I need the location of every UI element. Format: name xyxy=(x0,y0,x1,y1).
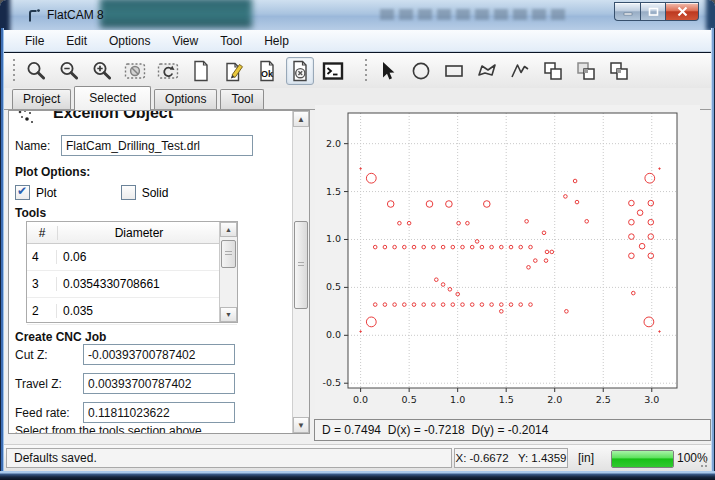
draw-rectangle-icon xyxy=(443,60,465,82)
menu-edit[interactable]: Edit xyxy=(55,31,98,51)
toolbar: Ok xyxy=(4,53,711,89)
close-button[interactable] xyxy=(666,2,699,21)
open-file-icon xyxy=(223,60,245,82)
ok-file-icon: Ok xyxy=(256,60,278,82)
open-file-button[interactable] xyxy=(220,57,248,85)
mouse-coordinates: X: -0.6672 Y: 1.4359 xyxy=(454,448,568,468)
solid-checkbox[interactable] xyxy=(121,185,136,200)
panel-title: Excellon Object xyxy=(53,111,173,122)
scroll-up-icon[interactable]: ▲ xyxy=(220,222,237,237)
svg-text:-0.5: -0.5 xyxy=(322,377,341,388)
panel-scrollbar[interactable]: ▲ ▼ xyxy=(292,111,309,433)
zoom-in-icon xyxy=(91,60,113,82)
menu-view[interactable]: View xyxy=(161,31,209,51)
draw-circle-icon xyxy=(410,60,432,82)
zoom-fit-icon xyxy=(25,60,47,82)
tab-options[interactable]: Options xyxy=(154,89,217,109)
svg-text:1.5: 1.5 xyxy=(499,394,514,405)
menu-options[interactable]: Options xyxy=(98,31,161,51)
tool-number: 2 xyxy=(27,304,57,318)
subtract-button[interactable] xyxy=(605,57,633,85)
shell-icon xyxy=(322,60,344,82)
svg-text:Ok: Ok xyxy=(261,68,274,78)
svg-text:3.0: 3.0 xyxy=(644,394,659,405)
draw-rectangle-button[interactable] xyxy=(440,57,468,85)
svg-text:1.0: 1.0 xyxy=(326,233,341,244)
toolbar-grip[interactable] xyxy=(364,59,368,83)
tools-table-header: # Diameter xyxy=(27,222,237,244)
draw-path-icon xyxy=(509,60,531,82)
scroll-down-icon[interactable]: ▼ xyxy=(293,417,309,433)
new-file-icon xyxy=(190,60,212,82)
draw-polygon-button[interactable] xyxy=(473,57,501,85)
feed-rate-input[interactable] xyxy=(83,402,235,423)
delete-file-icon xyxy=(289,60,311,82)
tab-selected[interactable]: Selected xyxy=(74,86,151,110)
feed-rate-label: Feed rate: xyxy=(15,406,70,420)
table-scrollbar[interactable]: ▲ ▼ xyxy=(219,222,237,322)
intersection-icon xyxy=(575,60,597,82)
solid-checkbox-label: Solid xyxy=(142,186,169,200)
svg-text:0.0: 0.0 xyxy=(353,394,368,405)
column-header-number[interactable]: # xyxy=(27,226,58,240)
svg-text:2.0: 2.0 xyxy=(326,138,341,149)
svg-text:0.5: 0.5 xyxy=(402,394,417,405)
panel-scrollbar-thumb[interactable] xyxy=(294,221,308,309)
replot-button[interactable] xyxy=(154,57,182,85)
scroll-down-icon[interactable]: ▼ xyxy=(220,307,237,322)
column-header-diameter[interactable]: Diameter xyxy=(58,226,220,240)
replot-icon xyxy=(157,60,179,82)
menu-help[interactable]: Help xyxy=(253,31,300,51)
resize-grip[interactable] xyxy=(698,458,708,468)
zoom-fit-button[interactable] xyxy=(22,57,50,85)
draw-path-button[interactable] xyxy=(506,57,534,85)
pointer-tool-button[interactable] xyxy=(374,57,402,85)
tool-number: 3 xyxy=(27,277,57,291)
titlebar[interactable]: FlatCAM 8 xyxy=(0,0,715,30)
shell-button[interactable] xyxy=(319,57,347,85)
table-scrollbar-thumb[interactable] xyxy=(221,240,236,268)
scroll-up-icon[interactable]: ▲ xyxy=(293,111,309,127)
table-row[interactable]: 2 0.035 xyxy=(27,298,237,325)
zoom-in-button[interactable] xyxy=(88,57,116,85)
new-file-button[interactable] xyxy=(187,57,215,85)
svg-text:0.0: 0.0 xyxy=(326,329,341,340)
statusbar: Defaults saved. X: -0.6672 Y: 1.4359 [in… xyxy=(4,444,711,471)
titlebar-glass-decor xyxy=(380,9,570,20)
window-border-right xyxy=(711,28,715,480)
toolbar-grip[interactable] xyxy=(12,59,16,83)
name-input[interactable] xyxy=(61,135,253,156)
menu-tool[interactable]: Tool xyxy=(209,31,253,51)
travel-z-input[interactable] xyxy=(83,373,235,394)
tab-tool[interactable]: Tool xyxy=(220,89,264,109)
ok-file-button[interactable]: Ok xyxy=(253,57,281,85)
progress-bar xyxy=(611,450,674,468)
excellon-object-icon xyxy=(17,111,37,127)
svg-text:2.5: 2.5 xyxy=(596,394,611,405)
tools-hint-text: Select from the tools section above xyxy=(15,424,202,433)
draw-polygon-icon xyxy=(476,60,498,82)
name-label: Name: xyxy=(15,139,50,153)
window-border-bottom xyxy=(0,471,715,480)
union-button[interactable] xyxy=(539,57,567,85)
draw-circle-button[interactable] xyxy=(407,57,435,85)
zoom-out-button[interactable] xyxy=(55,57,83,85)
table-row[interactable]: 4 0.06 xyxy=(27,244,237,271)
delete-file-button[interactable] xyxy=(286,57,314,85)
svg-text:2.0: 2.0 xyxy=(547,394,562,405)
menu-file[interactable]: File xyxy=(14,31,55,51)
plot-checkbox[interactable] xyxy=(15,185,30,200)
pointer-icon xyxy=(377,60,399,82)
plot-canvas[interactable]: 0.00.51.01.52.02.53.0-0.50.00.51.01.52.0 xyxy=(315,105,700,415)
intersection-button[interactable] xyxy=(572,57,600,85)
clear-plot-button[interactable] xyxy=(121,57,149,85)
cut-z-input[interactable] xyxy=(83,344,235,365)
union-icon xyxy=(542,60,564,82)
table-row[interactable]: 3 0.0354330708661 xyxy=(27,271,237,298)
tab-project[interactable]: Project xyxy=(12,89,71,109)
maximize-button[interactable] xyxy=(640,2,666,21)
maximize-icon xyxy=(648,7,659,16)
cut-z-label: Cut Z: xyxy=(15,348,48,362)
drill-scatter-plot[interactable]: 0.00.51.01.52.02.53.0-0.50.00.51.01.52.0 xyxy=(315,105,700,415)
minimize-button[interactable] xyxy=(614,2,640,21)
